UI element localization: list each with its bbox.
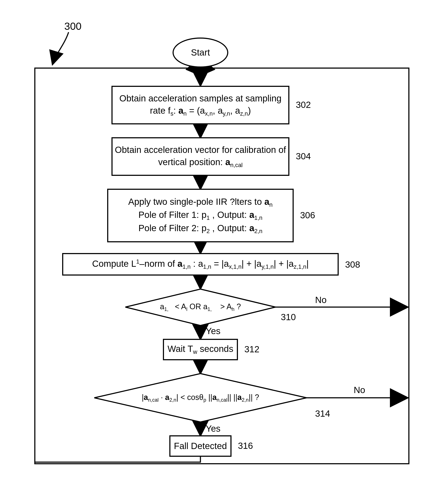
ref-314: 314 <box>315 409 330 419</box>
edge-310-yes: Yes <box>206 326 221 336</box>
ref-308: 308 <box>345 260 360 270</box>
decision-314-text: |an,cal · a2,n| < cosθp ||an,cal|| ||a2,… <box>142 392 259 403</box>
ref-304: 304 <box>296 151 311 161</box>
decision-310-text: a1, < Al OR a1, > Ah ? <box>160 301 241 313</box>
step-308-text: Compute L1–norm of a1,n : a1,n = |ax,1,n… <box>92 258 309 271</box>
decision-310: a1, < Al OR a1, > Ah ? <box>133 299 268 315</box>
step-312: Wait Tw seconds <box>163 339 238 360</box>
step-306-text: Apply two single-pole IIR ?lters to anPo… <box>128 196 273 235</box>
ref-310: 310 <box>281 312 296 322</box>
start-label: Start <box>191 46 210 59</box>
ref-312: 312 <box>244 344 259 354</box>
step-316: Fall Detected <box>169 435 232 457</box>
step-312-text: Wait Tw seconds <box>168 343 233 356</box>
step-304: Obtain acceleration vector for calibrati… <box>112 137 289 176</box>
decision-314: |an,cal · a2,n| < cosθp ||an,cal|| ||a2,… <box>107 390 294 406</box>
step-302: Obtain acceleration samples at sampling … <box>112 86 289 124</box>
edge-310-no: No <box>315 295 327 305</box>
step-304-text: Obtain acceleration vector for calibrati… <box>112 144 288 169</box>
ref-306: 306 <box>300 210 315 220</box>
start-node: Start <box>172 37 228 68</box>
step-306: Apply two single-pole IIR ?lters to anPo… <box>107 189 294 242</box>
ref-316: 316 <box>238 441 253 451</box>
step-316-text: Fall Detected <box>174 440 227 452</box>
ref-302: 302 <box>296 100 311 110</box>
step-308: Compute L1–norm of a1,n : a1,n = |ax,1,n… <box>62 253 339 276</box>
step-302-text: Obtain acceleration samples at sampling … <box>112 92 288 118</box>
edge-314-no: No <box>354 385 365 395</box>
edge-314-yes: Yes <box>206 423 221 434</box>
figure-label: 300 <box>64 20 81 32</box>
